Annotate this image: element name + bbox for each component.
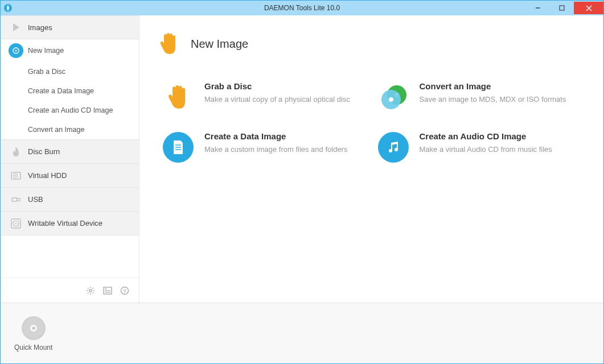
sidebar-item-label: Virtual HDD [28, 171, 67, 180]
svg-text:?: ? [123, 288, 126, 293]
writable-disc-icon [9, 217, 23, 230]
main-header: New Image [157, 31, 586, 56]
bottom-bar: Quick Mount [1, 303, 603, 364]
gear-icon[interactable] [85, 286, 96, 296]
card-desc: Make a virtual Audio CD from music files [420, 144, 552, 155]
quick-mount-label: Quick Mount [14, 344, 52, 351]
sidebar-item-images[interactable]: Images [1, 15, 139, 39]
card-create-audio-cd[interactable]: Create an Audio CD Image Make a virtual … [372, 122, 587, 172]
window-title: DAEMON Tools Lite 10.0 [264, 4, 340, 12]
card-convert-image[interactable]: Convert an Image Save an image to MDS, M… [372, 72, 587, 122]
sidebar-item-usb[interactable]: USB [1, 188, 139, 212]
disc-icon [22, 316, 46, 340]
help-icon[interactable]: ? [120, 286, 130, 296]
sidebar-item-label: Disc Burn [28, 147, 60, 156]
sidebar-subitem-grab-disc[interactable]: Grab a Disc [1, 62, 139, 81]
svg-point-6 [15, 50, 17, 52]
sidebar-item-label: Writable Virtual Device [28, 219, 102, 228]
card-grab-disc[interactable]: Grab a Disc Make a virtual copy of a phy… [157, 72, 372, 122]
card-grid: Grab a Disc Make a virtual copy of a phy… [157, 72, 586, 172]
card-title: Create an Audio CD Image [420, 131, 552, 141]
hand-icon [157, 31, 182, 56]
document-icon [162, 131, 194, 163]
sidebar-subitem-create-data-image[interactable]: Create a Data Image [1, 81, 139, 101]
maximize-button[interactable] [550, 2, 574, 14]
svg-point-14 [15, 222, 17, 224]
sidebar-group-new-image: New Image Grab a Disc Create a Data Imag… [1, 39, 139, 140]
quick-mount-button[interactable]: Quick Mount [14, 316, 52, 351]
news-icon[interactable] [102, 286, 113, 296]
page-title: New Image [191, 38, 248, 51]
card-title: Grab a Disc [204, 81, 350, 91]
sidebar-item-disc-burn[interactable]: Disc Burn [1, 140, 139, 164]
svg-point-9 [15, 175, 16, 176]
svg-point-33 [389, 97, 393, 102]
sidebar-subitem-label: Create a Data Image [28, 87, 94, 95]
card-desc: Save an image to MDS, MDX or ISO formats [420, 94, 566, 105]
music-note-icon [377, 131, 409, 163]
hand-icon [162, 81, 194, 113]
play-icon [9, 20, 23, 34]
sidebar-subitem-label: Convert an Image [28, 126, 84, 134]
sidebar-subitem-convert-image[interactable]: Convert an Image [1, 120, 139, 139]
flame-icon [9, 145, 23, 159]
card-title: Convert an Image [420, 81, 566, 91]
sidebar-subitem-label: Grab a Disc [28, 68, 65, 76]
svg-line-20 [88, 288, 89, 289]
svg-rect-11 [17, 198, 20, 201]
card-title: Create a Data Image [204, 131, 347, 141]
disc-plus-icon [9, 44, 23, 57]
card-create-data-image[interactable]: Create a Data Image Make a custom image … [157, 122, 372, 172]
discs-overlap-icon [377, 81, 409, 113]
titlebar: DAEMON Tools Lite 10.0 [1, 1, 603, 15]
window-controls [526, 2, 603, 14]
svg-point-15 [89, 289, 92, 291]
app-icon [1, 1, 15, 15]
hdd-icon [9, 169, 23, 183]
svg-line-23 [93, 288, 94, 289]
minimize-button[interactable] [526, 2, 550, 14]
card-desc: Make a custom image from files and folde… [204, 144, 347, 155]
sidebar: Images New Image Grab a Disc Create a Da… [1, 15, 139, 303]
sidebar-subitem-create-audio-cd[interactable]: Create an Audio CD Image [1, 101, 139, 120]
sidebar-item-writable-virtual-device[interactable]: Writable Virtual Device [1, 212, 139, 235]
usb-icon [9, 193, 23, 206]
sidebar-subitem-label: Create an Audio CD Image [28, 106, 113, 114]
svg-rect-10 [12, 198, 17, 201]
sidebar-item-label: Images [28, 23, 52, 32]
svg-rect-2 [560, 6, 564, 10]
svg-line-22 [88, 292, 89, 293]
sidebar-item-label: New Image [28, 47, 64, 55]
sidebar-bottom-toolbar: ? [1, 278, 139, 303]
svg-line-21 [93, 292, 94, 293]
sidebar-item-new-image[interactable]: New Image [1, 39, 139, 62]
card-desc: Make a virtual copy of a physical optica… [204, 94, 350, 105]
sidebar-item-virtual-hdd[interactable]: Virtual HDD [1, 164, 139, 188]
close-button[interactable] [574, 2, 603, 14]
svg-point-39 [32, 326, 35, 329]
main-content: New Image Grab a Disc Make a virtual cop… [139, 15, 603, 303]
sidebar-item-label: USB [28, 195, 43, 204]
